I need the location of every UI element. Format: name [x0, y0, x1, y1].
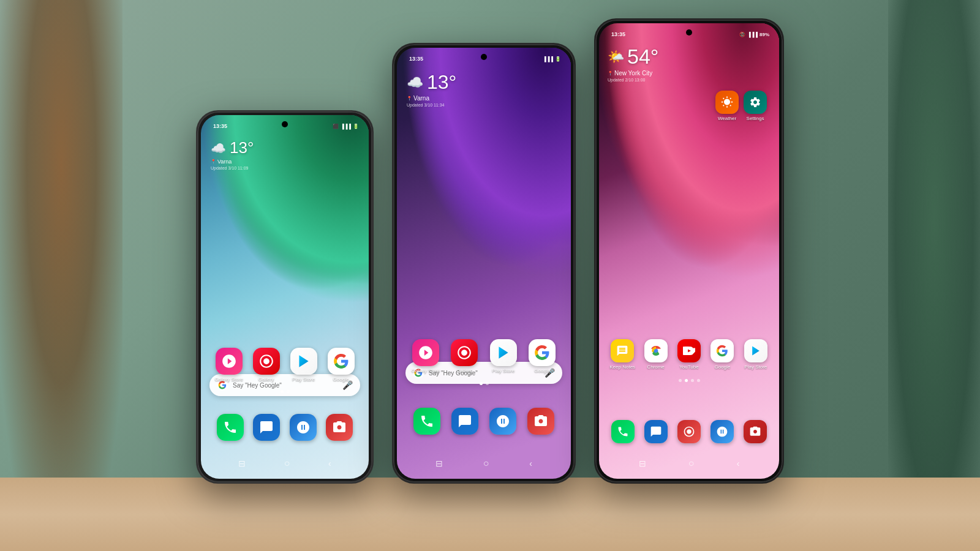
phone-right-dock-messages[interactable]	[639, 420, 673, 443]
phone-left-page-dots	[201, 390, 369, 393]
phone-center-app-galaxy-store[interactable]: Galaxy Store	[408, 339, 443, 373]
phone-right-app-weather[interactable]: Weather	[715, 91, 739, 121]
phone-right-weather-icon: 🌤️	[608, 49, 624, 65]
phone-center-nav-home[interactable]: ○	[483, 458, 489, 469]
phone-left-google-icon	[328, 348, 355, 375]
phone-center-weather-location: 📍 Varna	[407, 95, 456, 102]
phone-right-nav-bar: ⊟ ○ ‹	[599, 458, 779, 469]
phone-left-dock-camera[interactable]	[322, 414, 358, 441]
phone-center-play-store-label: Play Store	[492, 368, 514, 373]
phone-center-gallery-label: Gallery	[457, 368, 472, 373]
phone-right-app-google[interactable]: Google	[707, 339, 737, 370]
phone-right-chrome-icon	[644, 339, 668, 362]
phone-left-nav-home[interactable]: ○	[284, 458, 290, 469]
phone-left-time: 13:35	[213, 123, 227, 129]
phone-left-app-galaxy-store[interactable]: Galaxy Store	[212, 348, 246, 382]
phone-right-weather-location: 📍 New York City	[608, 70, 658, 77]
phone-center-app-gallery[interactable]: Gallery	[447, 339, 483, 373]
phone-left-nav-back[interactable]: ‹	[328, 459, 331, 468]
background-right-blur	[888, 0, 980, 551]
phone-left-dock-samsung[interactable]	[285, 414, 322, 441]
phone-left-dock-messages[interactable]	[249, 414, 285, 441]
phone-right-signal-icon: 📵	[739, 32, 745, 37]
phone-right-dot-2	[685, 379, 688, 382]
phone-right-app-youtube[interactable]: YouTube	[674, 339, 704, 370]
phone-left-search-text: Say "Hey Google"	[233, 382, 337, 389]
phone-right-dot-4	[697, 379, 700, 382]
phone-right-app-chrome[interactable]: Chrome	[641, 339, 670, 370]
phone-right-app-play-store[interactable]: Play Store	[741, 339, 771, 370]
phone-right-nav-back[interactable]: ‹	[737, 459, 740, 468]
phone-right-camera	[686, 29, 692, 36]
phone-right-side-button-2	[783, 133, 784, 176]
phone-center-dock-camera[interactable]	[522, 408, 560, 435]
phone-center-google-label: Google	[534, 368, 550, 373]
phone-center-dock	[397, 408, 571, 435]
phone-right-dock-gallery[interactable]	[673, 420, 706, 443]
phone-right-dock-phone[interactable]	[606, 420, 639, 443]
phone-right-dock-samsung-icon	[710, 420, 734, 443]
phone-right-app-settings[interactable]: Settings	[744, 91, 767, 121]
phone-center-weather-updated: Updated 3/10 11:34	[407, 103, 456, 107]
phone-center-dock-samsung[interactable]	[484, 408, 522, 435]
phone-center-wifi-icon: 🔋	[555, 56, 561, 62]
phone-center-dock-phone[interactable]	[408, 408, 446, 435]
phone-right-app-keep-notes[interactable]: Keep Notes	[608, 339, 637, 370]
phone-center-app-play-store[interactable]: Play Store	[486, 339, 521, 373]
phone-left-nav-bar: ⊟ ○ ‹	[201, 458, 369, 469]
phone-center-dot-1	[480, 382, 483, 385]
phone-center-page-dots	[397, 382, 571, 385]
phone-left-app-play-store[interactable]: Play Store	[287, 348, 320, 382]
phone-center-gallery-icon	[451, 339, 478, 366]
phone-center-nav-recent[interactable]: ⊟	[435, 459, 443, 468]
phone-left-wifi-icon: 🔋	[353, 124, 359, 129]
phone-right-nav-home[interactable]: ○	[688, 458, 695, 469]
phone-right-top-apps: Weather Settings	[715, 91, 767, 121]
phone-right-dock-camera[interactable]	[739, 420, 772, 443]
phone-center-weather: ☁️ 13° 📍 Varna Updated 3/10 11:34	[407, 71, 456, 107]
phone-right-keep-notes-icon	[611, 339, 634, 362]
phone-left: 13:35 ⬛ ▐▐▐ 🔋 ☁️ 13° 📍 Varna	[196, 110, 374, 484]
phone-left-side-button-2	[372, 225, 374, 268]
phone-right-dock-phone-icon	[611, 420, 635, 443]
phone-right: 13:35 📵 ▐▐▐ 89% 🌤️ 54° 📍 New York City U…	[594, 18, 784, 484]
phone-left-gallery-icon	[253, 348, 280, 375]
phone-right-youtube-icon	[677, 339, 701, 362]
phone-left-signal-icon: ▐▐▐	[341, 124, 351, 129]
phone-right-play-store-icon	[744, 339, 767, 362]
phone-right-app-grid: Keep Notes Chrome YouTube	[599, 339, 779, 370]
phone-right-dock-samsung[interactable]	[706, 420, 739, 443]
phone-left-dock-phone-icon	[217, 414, 244, 441]
phone-center-play-store-icon	[490, 339, 517, 366]
phone-left-weather-location: 📍 Varna	[211, 159, 254, 165]
phone-center-app-google[interactable]: Google	[525, 339, 560, 373]
phone-left-dock-phone[interactable]	[212, 414, 249, 441]
phone-center-nav-bar: ⊟ ○ ‹	[397, 458, 571, 469]
phone-center-app-grid: Galaxy Store Gallery Play Store	[397, 339, 571, 373]
phone-right-weather-app-label: Weather	[718, 116, 736, 121]
phone-center-galaxy-store-label: Galaxy Store	[412, 368, 440, 373]
phone-right-chrome-label: Chrome	[647, 364, 664, 370]
phone-center-screen: 13:35 ▐▐▐ 🔋 ☁️ 13° 📍 Varna Updated 3/10 …	[397, 48, 571, 479]
phone-left-camera	[282, 121, 288, 127]
phone-left-status-icons: ⬛ ▐▐▐ 🔋	[333, 124, 359, 129]
phone-center-nav-back[interactable]: ‹	[529, 459, 532, 468]
phone-center-dock-phone-icon	[413, 408, 440, 435]
phone-left-app-gallery[interactable]: Gallery	[249, 348, 283, 382]
phone-center-camera	[481, 54, 487, 60]
phone-left-nav-recent[interactable]: ⊟	[238, 459, 246, 468]
phone-right-nav-recent[interactable]: ⊟	[639, 459, 646, 468]
phone-right-time: 13:35	[611, 31, 625, 37]
phone-left-charge-icon: ⬛	[333, 124, 339, 129]
table-surface	[0, 478, 980, 551]
phone-left-weather-icon: ☁️	[211, 141, 226, 156]
phone-right-dock-camera-icon	[744, 420, 767, 443]
phone-right-weather-temp: 54°	[627, 45, 658, 69]
phone-center: 13:35 ▐▐▐ 🔋 ☁️ 13° 📍 Varna Updated 3/10 …	[392, 43, 576, 484]
phone-center-dock-messages[interactable]	[446, 408, 484, 435]
phone-center-galaxy-store-icon	[412, 339, 439, 366]
phone-center-weather-temp: 13°	[427, 71, 456, 94]
phone-left-app-google[interactable]: Google	[324, 348, 358, 382]
phone-right-wifi-icon: ▐▐▐	[747, 32, 758, 37]
phone-center-dock-samsung-icon	[489, 408, 516, 435]
